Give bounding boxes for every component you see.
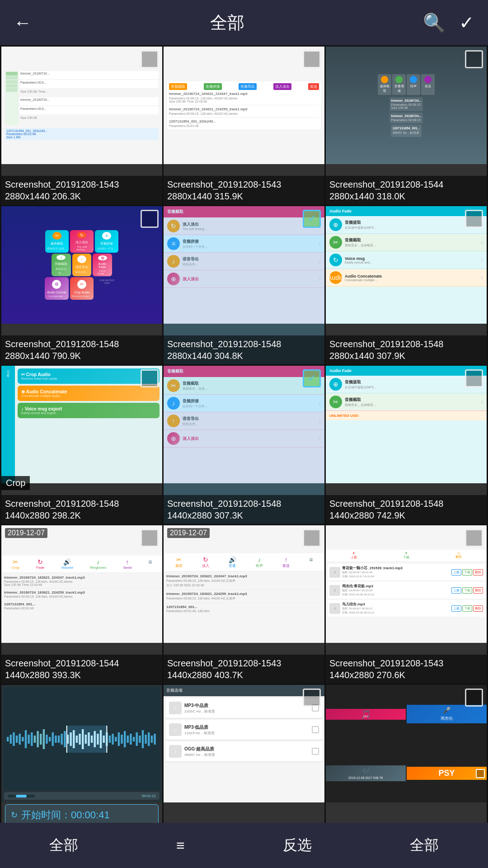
media-grid: trimmer_20190724... Parameters 00:0... S… [0, 45, 488, 823]
grid-item-5[interactable]: 音频截取 ↻ 淡入淡出The soft feeling… › ≡ 音频拼接合并到… [164, 206, 324, 364]
svg-rect-40 [118, 732, 120, 746]
svg-rect-20 [58, 736, 60, 743]
svg-rect-45 [133, 737, 135, 741]
item-checkbox-6[interactable] [465, 210, 483, 228]
nav-all-button[interactable]: 全部 [36, 831, 92, 860]
svg-rect-30 [88, 732, 89, 746]
item-info-2: Screenshot_20191208-1543 2880x1440 315.9… [164, 176, 324, 205]
item-checkbox-5[interactable]: ✓ [303, 210, 321, 228]
svg-rect-0 [7, 737, 9, 741]
item-info-11: Screenshot_20191208-1543 1440x2880 403.7… [164, 655, 324, 684]
svg-rect-14 [49, 737, 51, 741]
item-info-4: Screenshot_20191208-1548 2880x1440 790.9… [1, 335, 162, 364]
confirm-button[interactable]: ✓ [459, 12, 474, 33]
svg-rect-1 [10, 735, 12, 744]
svg-rect-10 [37, 731, 38, 747]
item-checkbox-12[interactable] [465, 529, 483, 547]
item-checkbox-3[interactable] [465, 50, 483, 68]
svg-rect-51 [151, 736, 153, 743]
item-info-12: Screenshot_20191208-1543 1440x2880 270.6… [326, 655, 487, 684]
back-button[interactable]: ← [14, 13, 32, 33]
svg-rect-9 [34, 736, 36, 743]
grid-item-3[interactable]: 裁剪截取 音量增减 铃声 发送 trimmer_20190724... Para… [326, 47, 487, 205]
nav-menu-button[interactable]: ≡ [163, 833, 198, 859]
svg-rect-22 [64, 731, 66, 747]
svg-rect-16 [55, 736, 56, 743]
svg-rect-4 [19, 734, 21, 745]
svg-rect-29 [85, 735, 87, 744]
svg-rect-6 [25, 730, 27, 748]
crop-label: Crop [1, 476, 30, 490]
svg-rect-42 [124, 731, 126, 747]
svg-rect-38 [112, 734, 113, 745]
item-info-9: Screenshot_20191208-1548 1440x2880 742.9… [326, 495, 487, 524]
svg-rect-44 [130, 734, 131, 745]
svg-rect-39 [115, 737, 117, 741]
svg-rect-11 [40, 734, 42, 745]
item-info-14 [164, 802, 324, 808]
svg-rect-5 [22, 737, 23, 741]
svg-rect-2 [13, 732, 14, 746]
svg-rect-35 [103, 736, 104, 743]
svg-rect-25 [73, 730, 75, 748]
svg-rect-23 [67, 735, 69, 744]
collage-checkbox[interactable] [476, 769, 485, 778]
date-badge-11: 2019-12-07 [167, 528, 210, 538]
date-badge-10: 2019-12-07 [5, 528, 47, 538]
svg-rect-52 [154, 734, 155, 745]
item-info-6: Screenshot_20191208-1548 2880x1440 307.9… [326, 335, 487, 364]
bottom-navigation: 全部 ≡ 反选 全部 [0, 823, 488, 868]
grid-item-2[interactable]: 音频裁取 音频拼接 音频导出 淡入淡出 发送 trimmer_20190724_… [164, 47, 324, 205]
item-info-7: Screenshot_20191208-1548 1440x2880 298.2… [1, 495, 162, 524]
start-time-input[interactable]: ↻ 开始时间：00:00:41 [5, 804, 159, 823]
nav-reverse-button[interactable]: 反选 [269, 831, 325, 860]
grid-item-14[interactable]: 音频选项 ♪ MP3·中品质 220SC Hz，标准质 ♪ MP3·低品质 11… [164, 685, 324, 823]
item-checkbox-14[interactable] [303, 689, 321, 707]
svg-rect-37 [109, 736, 111, 743]
item-checkbox-8[interactable]: ✓ [303, 369, 321, 387]
item-checkbox-1[interactable] [141, 50, 159, 68]
svg-rect-43 [127, 736, 129, 743]
svg-rect-48 [142, 730, 144, 748]
grid-item-10[interactable]: ✂Crop ↻Fade 🔊Volume ♪Ringtones ↑Send ≡ t… [1, 525, 162, 684]
item-info-8: Screenshot_20191208-1548 1440x2880 307.3… [164, 495, 324, 524]
svg-rect-49 [145, 735, 146, 744]
svg-rect-13 [46, 735, 47, 744]
grid-item-9[interactable]: Audio Fade ⊕ 音频提取从压缩中提取出MP3… › ✂ 音频截取剪辑音… [326, 366, 487, 524]
svg-rect-36 [106, 732, 108, 746]
svg-rect-7 [28, 735, 29, 744]
svg-rect-12 [43, 729, 45, 749]
grid-item-6[interactable]: Audio Fade ⊕ 音频提取从压缩中提取出MP3… › ✂ 音频截取剪辑音… [326, 206, 487, 364]
svg-rect-34 [100, 730, 102, 748]
svg-rect-8 [31, 732, 33, 746]
svg-rect-46 [136, 732, 138, 746]
item-checkbox-10[interactable] [141, 529, 159, 547]
item-checkbox-7[interactable] [141, 369, 159, 387]
item-info-3: Screenshot_20191208-1544 2880x1440 318.0… [326, 176, 487, 205]
grid-item-7[interactable]: Crop ✂ Crop Audio Remove noise from audi… [1, 366, 162, 524]
item-checkbox-4[interactable] [141, 210, 159, 228]
grid-item-15[interactable]: JAY 🎵 🎤 周杰伦 🎶 2019-12.08 0017 548.7K PSY [326, 685, 487, 823]
grid-item-12[interactable]: ⬇上载 ⬆下载 ⭮删除 ♪ 青花瓷一颗小芯_151539_track1.mp3 … [326, 525, 487, 684]
svg-rect-41 [121, 735, 122, 744]
svg-rect-26 [76, 736, 78, 743]
svg-rect-33 [97, 734, 99, 745]
item-checkbox-15[interactable] [465, 689, 483, 707]
grid-item-4[interactable]: ✂ 裁剪截取 剪辑音乐,去掉… ↻ 淡入淡出 The soft feeling…… [1, 206, 162, 364]
item-checkbox-9[interactable] [465, 369, 483, 387]
svg-rect-28 [82, 729, 84, 749]
grid-item-8[interactable]: 音频截取 ✂ 音频截取剪辑音乐，去掉… › ♪ 音频拼接合并到一个文件… › ↑… [164, 366, 324, 524]
svg-rect-21 [61, 734, 63, 745]
svg-rect-3 [16, 736, 18, 743]
svg-rect-31 [91, 736, 93, 743]
item-checkbox-2[interactable] [303, 50, 321, 68]
svg-rect-15 [52, 732, 54, 746]
item-checkbox-11[interactable] [303, 529, 321, 547]
grid-item-1[interactable]: trimmer_20190724... Parameters 00:0... S… [1, 47, 162, 205]
svg-rect-47 [139, 736, 141, 743]
grid-item-13[interactable]: 00:01:11 ↻ 开始时间：00:00:41 ⊙ 结束时间：00:01:11 [1, 685, 162, 823]
search-button[interactable]: 🔍 [423, 12, 446, 33]
grid-item-11[interactable]: ✂裁剪 ↻淡入 🔊音量 ♪铃声 ↑发送 ≡ trimmer_20190724_1… [164, 525, 324, 684]
nav-select-all-button[interactable]: 全部 [396, 831, 452, 860]
item-info-5: Screenshot_20191208-1548 2880x1440 304.8… [164, 335, 324, 364]
